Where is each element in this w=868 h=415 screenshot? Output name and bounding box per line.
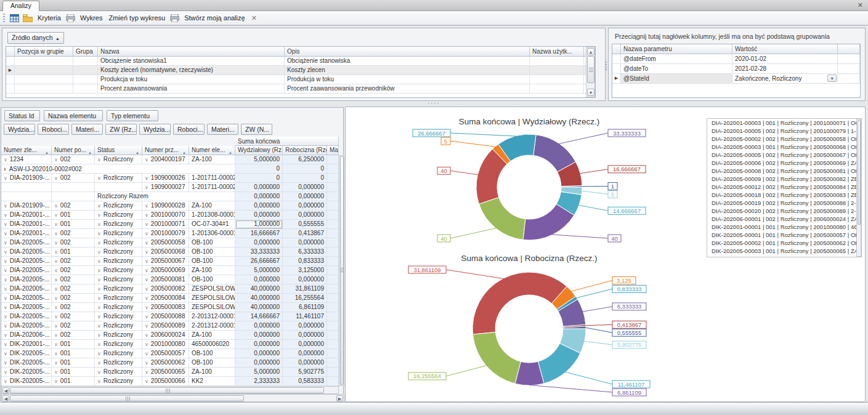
- cell-combo[interactable]: ∨001: [52, 248, 95, 257]
- cell-value[interactable]: 0: [235, 174, 283, 183]
- param-value-cell[interactable]: Zakończone, Rozliczony▼: [732, 74, 838, 84]
- cell-combo[interactable]: ∨001: [52, 349, 95, 358]
- combo-chevron-icon[interactable]: ∨: [97, 212, 101, 218]
- source-row[interactable]: Obciążenie stanowiska1Obciążenie stanowi…: [6, 57, 595, 66]
- cell-empty[interactable]: [52, 183, 95, 192]
- cell-combo[interactable]: ∨001: [52, 358, 95, 368]
- combo-chevron-icon[interactable]: ∨: [97, 222, 101, 227]
- cell-value[interactable]: [327, 303, 339, 312]
- cell-value[interactable]: [327, 211, 339, 220]
- combo-chevron-icon[interactable]: ∨: [145, 157, 148, 163]
- toolbar-close-icon[interactable]: ✕: [248, 13, 260, 23]
- cell-combo[interactable]: ∨Rozliczony: [95, 284, 142, 294]
- column-chip[interactable]: Roboci...: [38, 124, 69, 135]
- cell-combo[interactable]: ∨Rozliczony: [95, 331, 142, 340]
- combo-chevron-icon[interactable]: ∨: [4, 222, 7, 227]
- combo-chevron-icon[interactable]: ∨: [97, 305, 101, 310]
- parameter-row[interactable]: ▶@StateIdZakończone, Rozliczony▼: [612, 74, 860, 84]
- combo-chevron-icon[interactable]: ∨: [4, 342, 7, 347]
- cell-value[interactable]: 1,000000: [235, 220, 283, 229]
- cell-nazwa[interactable]: Procent zaawansowania: [98, 84, 285, 94]
- legend-item[interactable]: DIA-202005-00003 | 001 | Rozliczony | 20…: [707, 143, 861, 151]
- combo-chevron-icon[interactable]: ∨: [145, 259, 148, 264]
- cell-combo[interactable]: ∨DIA-201909-...: [1, 174, 52, 183]
- cell-numer-elementu[interactable]: OC-07-304#1: [189, 220, 235, 229]
- cell-value[interactable]: 6,333333: [283, 248, 327, 257]
- legend-item[interactable]: DIA-202005-00005 | 002 | Rozliczony | 20…: [707, 151, 861, 159]
- cell-value[interactable]: [327, 192, 339, 201]
- cell-value[interactable]: [327, 349, 339, 358]
- cell-combo[interactable]: ∨2001000079: [142, 229, 189, 238]
- legend-item[interactable]: DIA-202006-00001 | 002 | Rozliczony | 20…: [707, 215, 861, 223]
- legend-item[interactable]: DIK-202005-00002 | 001 | Rozliczony | 20…: [707, 239, 861, 247]
- combo-chevron-icon[interactable]: ∨: [4, 314, 7, 320]
- cell-numer-elementu[interactable]: OB-100: [189, 238, 235, 248]
- cell-combo[interactable]: ∨2005000083: [142, 303, 189, 312]
- column-chip[interactable]: Wydzia...: [139, 124, 171, 135]
- cell-combo[interactable]: ∨DIA-202005-...: [1, 312, 52, 321]
- cell-combo[interactable]: ∨2005000062: [142, 358, 189, 368]
- combo-chevron-icon[interactable]: ∨: [4, 157, 7, 163]
- cell-combo[interactable]: ∨DIA-202005-...: [1, 257, 52, 266]
- cell-combo[interactable]: ∨2005000081: [142, 275, 189, 284]
- column-chip[interactable]: ZW (N...: [241, 124, 272, 135]
- cell-combo[interactable]: ∨Rozliczony: [95, 174, 142, 183]
- combo-chevron-icon[interactable]: ∨: [4, 296, 7, 301]
- donut-segment[interactable]: [473, 332, 521, 384]
- combo-chevron-icon[interactable]: ∨: [4, 369, 7, 375]
- cell-value[interactable]: [327, 321, 339, 331]
- cell-value[interactable]: [327, 331, 339, 340]
- cell-combo[interactable]: ∨2005000065: [142, 368, 189, 377]
- cell-numer-elementu[interactable]: 2-201312-00001: [189, 321, 235, 331]
- cell-value[interactable]: 0,000000: [283, 358, 327, 368]
- cell-combo[interactable]: ∨DIK-202005-...: [1, 377, 52, 386]
- cell-nazwa[interactable]: Produkcja w toku: [98, 75, 285, 84]
- combo-chevron-icon[interactable]: ∨: [145, 212, 148, 218]
- cell-combo[interactable]: ∨DIK-202005-...: [1, 349, 52, 358]
- param-col-header[interactable]: Wartość: [732, 44, 838, 54]
- cell-value[interactable]: 0,000000: [235, 238, 283, 248]
- combo-chevron-icon[interactable]: ∨: [145, 185, 148, 190]
- combo-chevron-icon[interactable]: ∨: [54, 342, 58, 347]
- cell-combo[interactable]: ∨002: [52, 155, 95, 164]
- cell-value[interactable]: 0,000000: [283, 321, 327, 331]
- cell-value[interactable]: 0: [283, 164, 327, 174]
- cell-combo[interactable]: ∨002: [52, 229, 95, 238]
- cell-combo[interactable]: ∨Rozliczony: [95, 155, 142, 164]
- donut-chart-robocizna[interactable]: 31,86110916,2555643,1250,8333336,3333330…: [351, 265, 708, 398]
- cell-combo[interactable]: ∨2005000066: [142, 377, 189, 386]
- cell-value[interactable]: 40,000000: [235, 284, 283, 294]
- cell-nazwa[interactable]: Obciążenie stanowiska1: [98, 57, 285, 66]
- legend-scrollbar[interactable]: [856, 119, 861, 257]
- cell-combo[interactable]: ∨2001000080: [142, 340, 189, 349]
- cell-combo[interactable]: ∨DIA-202001-...: [1, 229, 52, 238]
- combo-chevron-icon[interactable]: ∨: [4, 286, 7, 292]
- expand-arrow-icon[interactable]: ›: [4, 165, 6, 172]
- cell-nazwa[interactable]: Koszty zleceń (normatywne, rzeczywiste): [98, 66, 285, 75]
- grid-row[interactable]: ∨DIA-202005-...∨002∨Rozliczony∨200500006…: [1, 257, 339, 266]
- scrollbar-thumb[interactable]: [10, 387, 324, 393]
- combo-chevron-icon[interactable]: ∨: [97, 351, 101, 357]
- cell-value[interactable]: 6,250000: [283, 155, 327, 164]
- combo-chevron-icon[interactable]: ∨: [4, 332, 7, 338]
- cell-value[interactable]: [327, 164, 339, 174]
- cell-combo[interactable]: ∨Rozliczony: [95, 220, 142, 229]
- grid-row[interactable]: ∨DIK-202005-...∨001∨Rozliczony∨200500005…: [1, 349, 339, 358]
- combo-chevron-icon[interactable]: ∨: [4, 351, 7, 357]
- kryteria-button[interactable]: Kryteria: [34, 13, 64, 23]
- grid-vscrollbar[interactable]: [339, 155, 344, 386]
- band-header-suma-koncowa[interactable]: Suma końcowa: [235, 137, 339, 146]
- combo-chevron-icon[interactable]: ∨: [54, 305, 58, 310]
- combo-chevron-icon[interactable]: ∨: [97, 175, 101, 181]
- param-col-header[interactable]: Nazwa parametru: [621, 44, 732, 54]
- cell-value[interactable]: 16,255564: [283, 294, 327, 303]
- combo-chevron-icon[interactable]: ∨: [54, 277, 58, 283]
- legend-item[interactable]: DIK-202005-00003 | 001 | Rozliczony | 20…: [707, 247, 861, 255]
- cell-numer-elementu[interactable]: ZESPOLSILOWN...: [189, 294, 235, 303]
- combo-chevron-icon[interactable]: ∨: [97, 240, 101, 246]
- combo-chevron-icon[interactable]: ∨: [145, 175, 148, 181]
- cell-combo[interactable]: ∨002: [52, 294, 95, 303]
- grid-row[interactable]: ∨DIA-202005-...∨002∨Rozliczony∨200500006…: [1, 266, 339, 275]
- cell-empty[interactable]: [1, 183, 52, 192]
- cell-value[interactable]: [327, 229, 339, 238]
